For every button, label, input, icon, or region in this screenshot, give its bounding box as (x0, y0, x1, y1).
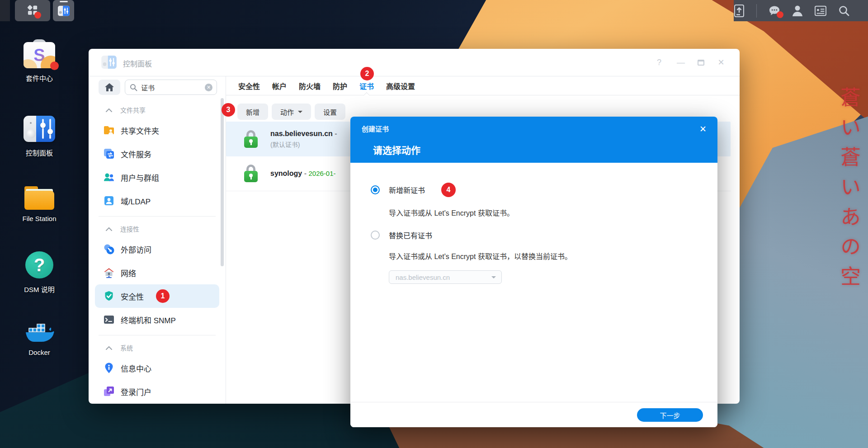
desktop-icon-package-center[interactable]: S 套件中心 (13, 38, 66, 83)
desktop-icon-label: 套件中心 (13, 73, 66, 83)
sidebar-item-terminal-snmp[interactable]: 终端机和 SNMP (89, 308, 226, 331)
security-icon (103, 290, 115, 302)
control-panel-icon (58, 5, 70, 17)
desktop-icon-control-panel[interactable]: 控制面板 (13, 113, 66, 157)
domain-ldap-icon (103, 195, 115, 207)
external-device-icon[interactable] (734, 5, 745, 17)
show-desktop-strip[interactable] (0, 0, 10, 21)
taskbar-tray (734, 0, 868, 21)
desktop-icon-file-station[interactable]: File Station (13, 183, 66, 222)
dsm-help-icon: ? (23, 250, 56, 280)
search-icon (130, 84, 137, 91)
dialog-footer: 下一步 (350, 402, 717, 427)
external-access-icon (103, 243, 115, 255)
desktop-icon-label: 控制面板 (13, 148, 66, 157)
search-input[interactable] (141, 84, 200, 91)
maximize-button[interactable] (698, 60, 704, 66)
search-icon[interactable] (838, 5, 850, 17)
annotation-badge-3: 3 (222, 103, 235, 117)
option-replace-certificate[interactable]: 替换已有证书 (371, 230, 717, 241)
tab-protection[interactable]: 防护 (333, 80, 347, 91)
tab-bar: 安全性 帐户 防火墙 防护 证书 高级设置 2 (226, 76, 740, 95)
option-add-new-certificate[interactable]: 新增新证书 4 (371, 183, 717, 197)
sidebar-item-shared-folder[interactable]: 共享文件夹 (89, 118, 226, 142)
sidebar-divider (99, 335, 216, 335)
sidebar-item-info-center[interactable]: 信息中心 (89, 356, 226, 380)
close-button[interactable]: ✕ (716, 57, 726, 67)
control-panel-desktop-icon (23, 113, 56, 144)
lock-icon (243, 165, 259, 183)
minimize-button[interactable]: — (676, 58, 686, 67)
certificate-expiry-date: 2026-01- (308, 170, 335, 177)
sidebar-item-external-access[interactable]: 外部访问 (89, 237, 226, 261)
window-controls: ? — ✕ (654, 49, 726, 76)
dialog-body: 新增新证书 4 导入证书或从 Let's Encrypt 获取证书。 替换已有证… (350, 183, 717, 284)
tab-advanced[interactable]: 高级设置 (386, 80, 415, 91)
sidebar-section-system[interactable]: 系统 (89, 339, 226, 356)
terminal-snmp-icon (103, 314, 115, 325)
lock-icon (243, 130, 259, 148)
action-dropdown-button[interactable]: 动作 (272, 104, 311, 120)
collapse-chevron-icon (106, 108, 112, 112)
desktop: 蒼い蒼いあの空 (0, 0, 868, 448)
settings-button[interactable]: 设置 (315, 104, 345, 120)
shared-folder-icon (103, 124, 115, 136)
add-button[interactable]: 新增 (237, 104, 268, 120)
app-launcher-button[interactable] (15, 0, 50, 21)
dialog-header: 创建证书 ✕ 请选择动作 (350, 117, 717, 163)
file-station-icon (23, 183, 56, 211)
window-titlebar[interactable]: 控制面板 ? — ✕ (89, 49, 740, 76)
radio-selected-icon[interactable] (371, 185, 380, 194)
sidebar-item-file-services[interactable]: 文件服务 (89, 142, 226, 165)
info-center-icon (103, 362, 115, 374)
widgets-icon[interactable] (815, 5, 826, 17)
annotation-badge-4: 4 (441, 183, 456, 197)
notification-dot (34, 12, 41, 19)
login-portal-icon (103, 386, 115, 397)
next-step-button[interactable]: 下一步 (637, 408, 703, 422)
user-icon[interactable] (792, 5, 803, 17)
sidebar-divider (99, 216, 216, 217)
sidebar-item-login-portal[interactable]: 登录门户 (89, 380, 226, 403)
desktop-icon-label: Docker (13, 349, 66, 356)
home-button[interactable] (99, 80, 120, 95)
desktop-icon-dsm-help[interactable]: ? DSM 说明 (13, 250, 66, 294)
home-icon (104, 83, 114, 92)
sidebar-scrollbar[interactable] (221, 98, 224, 266)
desktop-icon-label: DSM 说明 (13, 284, 66, 294)
sidebar-item-domain-ldap[interactable]: 域/LDAP (89, 189, 226, 212)
desktop-icon-label: File Station (13, 215, 66, 222)
sidebar-section-file-sharing[interactable]: 文件共享 (89, 101, 226, 118)
window-app-icon (101, 56, 117, 71)
sidebar-section-connectivity[interactable]: 连接性 (89, 220, 226, 237)
desktop-icon-docker[interactable]: Docker (13, 316, 66, 356)
users-groups-icon (103, 171, 115, 183)
sidebar-item-users-groups[interactable]: 用户与群组 (89, 165, 226, 189)
tab-certificate[interactable]: 证书 (359, 80, 374, 91)
certificate-select-dropdown[interactable]: nas.believesun.cn (389, 270, 502, 284)
app-launcher-icon (27, 5, 38, 17)
tab-account[interactable]: 帐户 (272, 80, 287, 91)
certificate-note: (默认证书) (270, 140, 337, 149)
help-button[interactable]: ? (654, 58, 664, 67)
dialog-close-icon[interactable]: ✕ (699, 124, 707, 134)
update-badge-dot (50, 61, 59, 70)
dialog-title: 创建证书 (362, 124, 389, 133)
certificate-toolbar: 新增 动作 设置 (226, 95, 740, 120)
radio-unselected-icon[interactable] (371, 231, 380, 240)
tab-firewall[interactable]: 防火墙 (299, 80, 321, 91)
collapse-chevron-icon (106, 346, 112, 350)
sidebar-item-security[interactable]: 安全性 1 (95, 284, 219, 308)
taskbar-control-panel-button[interactable] (53, 0, 74, 21)
sidebar-item-network[interactable]: 网络 (89, 261, 226, 284)
clear-search-icon[interactable]: ✕ (205, 84, 212, 91)
chat-icon[interactable] (769, 5, 780, 17)
annotation-badge-2: 2 (360, 67, 374, 80)
wallpaper-vertical-text: 蒼い蒼いあの空 (834, 87, 863, 296)
sidebar-searchbox[interactable]: ✕ (125, 80, 217, 95)
chat-notification-dot (777, 11, 783, 18)
tab-security[interactable]: 安全性 (238, 80, 260, 91)
active-app-indicator (60, 1, 68, 2)
chevron-down-icon (491, 276, 496, 278)
option-description: 导入证书或从 Let's Encrypt 获取证书。 (389, 207, 717, 218)
